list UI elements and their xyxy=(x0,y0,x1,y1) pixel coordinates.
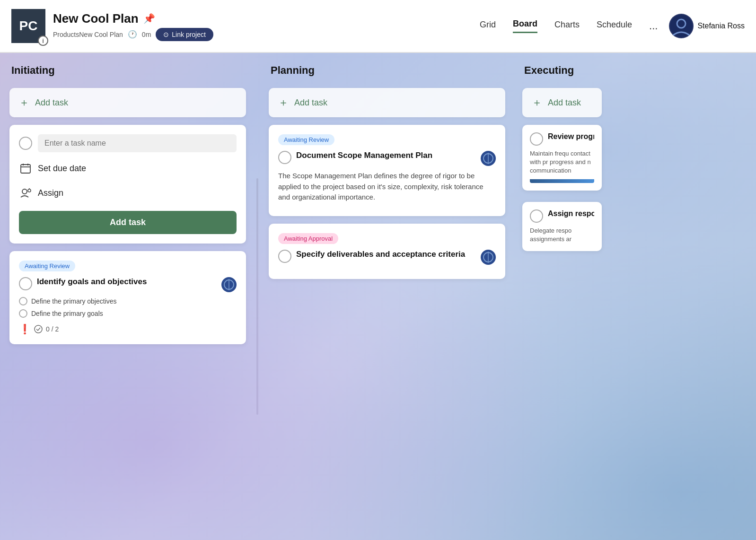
task-desc-review: Maintain frequ contact with pr progress … xyxy=(530,149,594,175)
add-task-label-planning: Add task xyxy=(294,98,327,108)
task-badge-doc-scope: Awaiting Review xyxy=(278,134,334,145)
task-title-deliverables: Specify deliverables and acceptance crit… xyxy=(296,250,476,259)
kanban-board: Initiating ＋ Add task xyxy=(0,53,756,540)
pin-icon[interactable]: 📌 xyxy=(143,13,155,24)
set-due-date-row[interactable]: Set due date xyxy=(19,160,237,177)
new-task-form: Set due date Assign Add task xyxy=(9,125,246,244)
task-avatar-goals xyxy=(221,277,237,292)
svg-rect-2 xyxy=(21,165,30,173)
task-title-scope: Document Scope Management Plan xyxy=(296,151,476,160)
add-task-executing[interactable]: ＋ Add task xyxy=(522,88,602,117)
main-nav: Grid Board Charts Schedule ... xyxy=(480,19,658,33)
task-badge-review: Awaiting Review xyxy=(19,261,75,271)
logo-text: PC xyxy=(19,18,38,34)
col-divider-1 xyxy=(255,64,259,529)
svg-point-6 xyxy=(22,189,27,194)
task-identify-goals[interactable]: Awaiting Review Identify goals and objec… xyxy=(9,251,246,344)
subtask-label-2: Define the primary goals xyxy=(31,310,103,317)
nav-grid[interactable]: Grid xyxy=(480,20,496,33)
subtask-label-1: Define the primary objectives xyxy=(31,297,117,305)
due-date-label: Set due date xyxy=(38,164,86,174)
add-icon-planning: ＋ xyxy=(278,96,289,110)
app-header: PC i New Cool Plan 📌 ProductsNew Cool Pl… xyxy=(0,0,756,53)
nav-charts[interactable]: Charts xyxy=(554,20,580,33)
task-checkbox-assign[interactable] xyxy=(530,209,543,223)
project-logo: PC i xyxy=(11,9,45,43)
nav-more-button[interactable]: ... xyxy=(649,20,658,32)
add-task-initiating[interactable]: ＋ Add task xyxy=(9,88,246,117)
link-project-button[interactable]: ⊙ Link project xyxy=(156,28,213,41)
column-executing: Executing ＋ Add task Review progr Mainta… xyxy=(515,64,609,529)
link-icon: ⊙ xyxy=(163,31,169,38)
link-project-label: Link project xyxy=(172,31,206,38)
alert-icon: ❗ xyxy=(19,323,31,335)
subtask-checkbox-2[interactable] xyxy=(19,309,27,318)
task-checkbox-goals[interactable] xyxy=(19,277,32,290)
user-name: Stefania Ross xyxy=(697,22,745,30)
column-initiating: Initiating ＋ Add task xyxy=(0,64,255,529)
task-doc-scope[interactable]: Awaiting Review Document Scope Managemen… xyxy=(269,125,505,216)
add-task-label-executing: Add task xyxy=(548,98,581,108)
task-assign-responsibilities[interactable]: Assign respo Delegate respo assignments … xyxy=(522,202,602,251)
task-avatar-scope xyxy=(481,151,496,166)
add-task-submit-button[interactable]: Add task xyxy=(19,211,237,234)
task-title-goals: Identify goals and objectives xyxy=(37,277,217,287)
svg-point-12 xyxy=(35,325,42,333)
column-header-executing: Executing xyxy=(522,64,602,80)
assign-icon xyxy=(19,186,32,200)
add-task-planning[interactable]: ＋ Add task xyxy=(269,88,505,117)
calendar-icon xyxy=(19,162,32,175)
assign-label: Assign xyxy=(38,188,63,198)
task-badge-approval: Awaiting Approval xyxy=(278,233,338,244)
project-title: New Cool Plan xyxy=(53,11,139,26)
clock-icon: 🕐 xyxy=(128,30,137,39)
task-avatar-deliverables xyxy=(481,250,496,265)
column-planning: Planning ＋ Add task Awaiting Review Docu… xyxy=(259,64,515,529)
time-indicator: 0m xyxy=(142,31,151,38)
add-icon-executing: ＋ xyxy=(532,96,542,110)
add-icon-initiating: ＋ xyxy=(19,96,29,110)
add-task-label-initiating: Add task xyxy=(35,98,68,108)
task-title-review: Review progr xyxy=(548,132,594,141)
svg-point-7 xyxy=(28,189,31,192)
column-header-planning: Planning xyxy=(269,64,505,80)
task-specify-deliverables[interactable]: Awaiting Approval Specify deliverables a… xyxy=(269,224,505,279)
column-header-initiating: Initiating xyxy=(9,64,246,80)
executing-accent-bar xyxy=(530,179,594,183)
nav-schedule[interactable]: Schedule xyxy=(597,20,632,33)
task-description-scope: The Scope Management Plan defines the de… xyxy=(278,171,496,203)
svg-point-0 xyxy=(670,15,693,37)
subtask-checkbox-1[interactable] xyxy=(19,297,27,305)
task-checkbox-deliverables[interactable] xyxy=(278,250,291,263)
user-avatar[interactable] xyxy=(669,14,694,38)
task-title-assign: Assign respo xyxy=(548,209,594,218)
task-checkbox-new xyxy=(19,137,32,150)
header-title-area: New Cool Plan 📌 ProductsNew Cool Plan 🕐 … xyxy=(53,11,480,41)
task-review-progress[interactable]: Review progr Maintain frequ contact with… xyxy=(522,125,602,191)
task-checkbox-scope[interactable] xyxy=(278,151,291,164)
checkmark-circle-icon xyxy=(34,324,43,334)
task-checkbox-review[interactable] xyxy=(530,132,543,146)
breadcrumb: ProductsNew Cool Plan xyxy=(53,31,123,38)
subtask-count: 0 / 2 xyxy=(46,325,59,333)
task-name-input[interactable] xyxy=(38,134,237,152)
nav-board[interactable]: Board xyxy=(513,19,537,33)
assign-row[interactable]: Assign xyxy=(19,184,237,201)
task-desc-assign: Delegate respo assignments ar xyxy=(530,226,594,244)
info-badge: i xyxy=(38,35,48,46)
